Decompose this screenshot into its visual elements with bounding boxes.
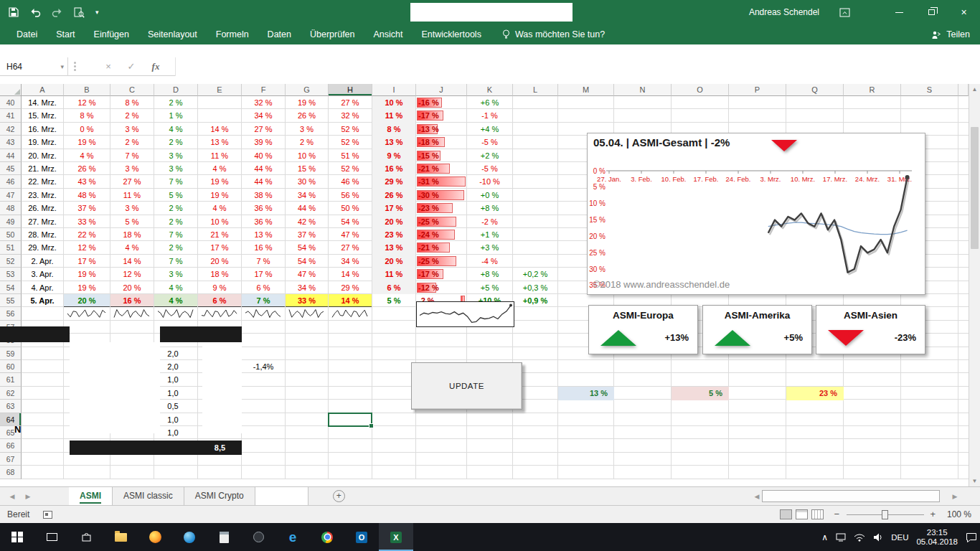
- column-header-J[interactable]: J: [416, 84, 467, 96]
- cell-J40[interactable]: -16 %: [416, 96, 466, 109]
- row-header-54[interactable]: 54: [0, 281, 22, 294]
- column-header-G[interactable]: G: [286, 84, 329, 96]
- redacted-sheet-tab[interactable]: [255, 487, 308, 505]
- cell-J44[interactable]: -15 %: [416, 149, 466, 162]
- cell-A50[interactable]: 28. Mrz.: [22, 228, 63, 241]
- row-header-63[interactable]: 63: [0, 400, 22, 413]
- cell-F55[interactable]: 7 %: [242, 294, 285, 307]
- cell-I48[interactable]: 17 %: [372, 202, 415, 215]
- cell-E50[interactable]: 21 %: [198, 228, 241, 241]
- tab-ansicht[interactable]: Ansicht: [364, 24, 413, 44]
- cell-B49[interactable]: 33 %: [64, 215, 110, 228]
- cell-I49[interactable]: 20 %: [372, 215, 415, 228]
- row-header-55[interactable]: 55: [0, 294, 22, 307]
- cell-G55[interactable]: 33 %: [286, 294, 328, 307]
- column-header-B[interactable]: B: [64, 84, 110, 96]
- cell-B43[interactable]: 19 %: [64, 136, 110, 149]
- select-all-corner[interactable]: [0, 84, 22, 96]
- row-header-40[interactable]: 40: [0, 96, 22, 109]
- cell-A45[interactable]: 21. Mrz.: [22, 162, 63, 175]
- row-header-48[interactable]: 48: [0, 202, 22, 215]
- cell-I46[interactable]: 29 %: [372, 175, 415, 188]
- cell-I47[interactable]: 26 %: [372, 189, 415, 202]
- cell-I43[interactable]: 13 %: [372, 136, 415, 149]
- cell-F54[interactable]: 6 %: [242, 281, 285, 294]
- cell-J41[interactable]: -17 %: [416, 109, 466, 122]
- cell-F51[interactable]: 16 %: [242, 241, 285, 254]
- update-button[interactable]: UPDATE: [411, 362, 522, 410]
- row-header-43[interactable]: 43: [0, 136, 22, 149]
- cell-A42[interactable]: 16. Mrz.: [22, 123, 63, 136]
- cell-G43[interactable]: 2 %: [286, 136, 328, 149]
- cell-D64[interactable]: 1,0: [154, 413, 192, 426]
- cell-J51[interactable]: -21 %: [416, 241, 466, 254]
- column-header-K[interactable]: K: [467, 84, 513, 96]
- row-header-47[interactable]: 47: [0, 189, 22, 202]
- cell-D53[interactable]: 3 %: [154, 268, 197, 281]
- cell-C45[interactable]: 3 %: [110, 162, 154, 175]
- row-header-41[interactable]: 41: [0, 109, 22, 122]
- cell-B40[interactable]: 12 %: [64, 96, 110, 109]
- hidden-icons-chevron[interactable]: ∧: [821, 533, 828, 542]
- row-header-61[interactable]: 61: [0, 373, 22, 386]
- cell-F47[interactable]: 38 %: [242, 189, 285, 202]
- cell-F50[interactable]: 13 %: [242, 228, 285, 241]
- cell-K48[interactable]: +8 %: [467, 202, 512, 215]
- cell-K42[interactable]: +4 %: [467, 123, 512, 136]
- language-indicator[interactable]: DEU: [891, 533, 908, 542]
- cell-E47[interactable]: 19 %: [198, 189, 241, 202]
- cell-C42[interactable]: 3 %: [110, 123, 154, 136]
- row-header-67[interactable]: 67: [0, 453, 22, 466]
- close-button[interactable]: ×: [948, 0, 980, 24]
- scroll-down-icon[interactable]: ▼: [969, 478, 980, 484]
- cell-G50[interactable]: 37 %: [286, 228, 328, 241]
- cell-G45[interactable]: 15 %: [286, 162, 328, 175]
- cell-D50[interactable]: 7 %: [154, 228, 197, 241]
- tabs-scroll-right-icon[interactable]: ▶: [22, 487, 34, 506]
- ribbon-display-options-icon[interactable]: [832, 0, 857, 24]
- cell-C49[interactable]: 5 %: [110, 215, 154, 228]
- cell-D42[interactable]: 4 %: [154, 123, 197, 136]
- cell-J50[interactable]: -24 %: [416, 228, 466, 241]
- horizontal-scrollbar-thumb[interactable]: [762, 490, 940, 502]
- cell-J49[interactable]: -25 %: [416, 215, 466, 228]
- display-tray-icon[interactable]: [836, 533, 846, 542]
- cell-C50[interactable]: 18 %: [110, 228, 154, 241]
- cell-I44[interactable]: 9 %: [372, 149, 415, 162]
- column-header-R[interactable]: R: [844, 84, 901, 96]
- cell-F41[interactable]: 34 %: [242, 109, 285, 122]
- page-break-view-icon[interactable]: [811, 509, 824, 519]
- scroll-up-icon[interactable]: ▲: [969, 86, 980, 93]
- cell-C48[interactable]: 3 %: [110, 202, 154, 215]
- outlook-icon[interactable]: O: [344, 523, 379, 551]
- tab-einfuegen[interactable]: Einfügen: [85, 24, 138, 44]
- cell-D40[interactable]: 2 %: [154, 96, 197, 109]
- minimize-button[interactable]: [883, 0, 915, 24]
- tab-datei[interactable]: Datei: [7, 24, 47, 44]
- cell-I41[interactable]: 11 %: [372, 109, 415, 122]
- cell-H43[interactable]: 52 %: [329, 136, 372, 149]
- cell-A55[interactable]: 5. Apr.: [22, 294, 63, 307]
- cell-F45[interactable]: 44 %: [242, 162, 285, 175]
- cell-A44[interactable]: 20. Mrz.: [22, 149, 63, 162]
- cell-D49[interactable]: 2 %: [154, 215, 197, 228]
- cell-C53[interactable]: 12 %: [110, 268, 154, 281]
- cell-E42[interactable]: 14 %: [198, 123, 241, 136]
- tab-ueberpruefen[interactable]: Überprüfen: [301, 24, 364, 44]
- page-layout-view-icon[interactable]: [796, 509, 808, 519]
- row-header-44[interactable]: 44: [0, 149, 22, 162]
- cell-C46[interactable]: 27 %: [110, 175, 154, 188]
- name-box[interactable]: H64 ▾: [0, 57, 68, 76]
- cell-A52[interactable]: 2. Apr.: [22, 255, 63, 268]
- cell-K50[interactable]: +1 %: [467, 228, 512, 241]
- zoom-slider[interactable]: [847, 514, 924, 515]
- cell-K51[interactable]: +3 %: [467, 241, 512, 254]
- undo-icon[interactable]: [29, 8, 41, 17]
- tab-seitenlayout[interactable]: Seitenlayout: [138, 24, 207, 44]
- cell-B41[interactable]: 8 %: [64, 109, 110, 122]
- customize-qat-icon[interactable]: ▾: [95, 9, 99, 16]
- cell-H51[interactable]: 27 %: [329, 241, 372, 254]
- tab-entwicklertools[interactable]: Entwicklertools: [413, 24, 491, 44]
- cell-A40[interactable]: 14. Mrz.: [22, 96, 63, 109]
- cell-K40[interactable]: +6 %: [467, 96, 512, 109]
